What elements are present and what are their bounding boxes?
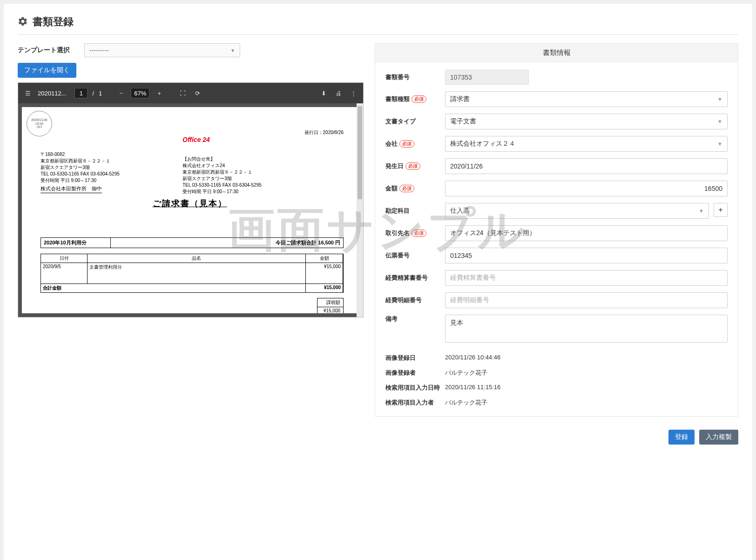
template-selected-value: --------- (89, 47, 109, 54)
required-badge: 必須 (405, 162, 420, 170)
required-badge: 必須 (399, 140, 414, 148)
copy-input-button[interactable]: 入力複製 (699, 430, 738, 445)
pdf-page: 2020/11/26 10:44 JST 発行日：2020/8/26 Offic… (22, 107, 358, 313)
pdf-tax-box: 課税額 ¥15,000 (317, 298, 344, 313)
zoom-in-icon[interactable]: + (154, 88, 164, 98)
required-badge: 必須 (412, 229, 426, 237)
image-reg-date-label: 画像登録日 (385, 354, 445, 362)
expense-detail-label: 経費明細番号 (385, 296, 445, 304)
search-input-user-label: 検索用項目入力者 (385, 398, 445, 407)
doc-info-panel: 書類情報 書類番号 107353 書類種類必須 請求書▼ 文書タイプ 電子文書▼ (375, 43, 738, 417)
doc-number-value: 107353 (445, 70, 529, 85)
doc-number-label: 書類番号 (385, 73, 445, 81)
office24-logo: Office 24 (182, 136, 210, 143)
download-icon[interactable]: ⬇ (318, 88, 329, 98)
doc-type-label: 書類種類 (385, 95, 410, 103)
pdf-doc-title: ご請求書（見本） (22, 198, 358, 209)
pdf-usage-row: 2020年10月利用分 今回ご請求額合計 16,500 円 (40, 237, 344, 248)
image-reg-user-value: バルテック花子 (445, 369, 728, 377)
doc-format-label: 文書タイプ (385, 117, 445, 126)
pdf-recipient: 株式会社本田製作所 御中 (40, 185, 102, 193)
timestamp-stamp: 2020/11/26 10:44 JST (27, 111, 52, 136)
doc-format-select[interactable]: 電子文書▼ (445, 114, 728, 129)
add-account-button[interactable]: + (714, 203, 728, 217)
gear-icon (18, 16, 28, 28)
rotate-icon[interactable]: ⟳ (192, 88, 202, 98)
partner-label: 取引先名 (385, 229, 410, 237)
fit-page-icon[interactable]: ⛶ (177, 88, 188, 98)
date-input[interactable]: 2020/11/26 (445, 158, 728, 174)
chevron-down-icon: ▼ (699, 208, 704, 214)
required-badge: 必須 (412, 95, 426, 103)
company-label: 会社 (385, 140, 398, 148)
pdf-page-current[interactable]: 1 (74, 88, 88, 98)
page-header: 書類登録 (18, 15, 738, 35)
slip-label: 伝票番号 (385, 251, 445, 260)
pdf-viewer: ☰ 2020112... 1 / 1 − 67% + ⛶ ⟳ ⬇ 🖨 ⋮ (18, 82, 364, 317)
panel-header: 書類情報 (375, 44, 738, 62)
expense-report-input[interactable]: 経費精算書番号 (445, 270, 728, 286)
required-badge: 必須 (399, 185, 414, 192)
menu-icon[interactable]: ☰ (23, 88, 33, 98)
pdf-filename: 2020112... (38, 90, 66, 97)
template-select[interactable]: --------- ▼ (84, 43, 240, 57)
page-title: 書類登録 (33, 15, 74, 29)
search-input-date-value: 2020/11/26 11:15:16 (445, 384, 728, 392)
date-label: 発生日 (385, 162, 404, 170)
pdf-canvas: 2020/11/26 10:44 JST 発行日：2020/8/26 Offic… (18, 103, 363, 317)
chevron-down-icon: ▼ (717, 119, 722, 124)
pdf-zoom[interactable]: 67% (131, 88, 149, 98)
expense-detail-input[interactable]: 経費明細番号 (445, 292, 728, 308)
slip-input[interactable]: 012345 (445, 248, 728, 263)
print-icon[interactable]: 🖨 (333, 88, 344, 98)
expense-report-label: 経費精算書番号 (385, 274, 445, 282)
more-icon[interactable]: ⋮ (348, 88, 358, 98)
pdf-toolbar: ☰ 2020112... 1 / 1 − 67% + ⛶ ⟳ ⬇ 🖨 ⋮ (18, 83, 363, 103)
chevron-down-icon: ▼ (717, 141, 722, 147)
account-select[interactable]: 仕入高▼ (445, 203, 709, 219)
remarks-textarea[interactable]: 見本⋰ (445, 315, 728, 343)
image-reg-date-value: 2020/11/26 10:44:46 (445, 354, 728, 362)
pdf-contact-address: 【お問合せ先】 株式会社オフィス24 東京都新宿区西新宿６－２２－１ 新宿スクエ… (182, 156, 262, 195)
template-label: テンプレート選択 (18, 46, 76, 54)
amount-label: 金額 (385, 184, 398, 193)
chevron-down-icon: ▼ (717, 96, 722, 102)
company-select[interactable]: 株式会社オフィス２４▼ (445, 136, 728, 152)
register-button[interactable]: 登録 (668, 430, 695, 445)
amount-input[interactable]: 16500 (445, 181, 728, 196)
partner-input[interactable]: オフィス24（見本テスト用） (445, 225, 728, 241)
doc-type-select[interactable]: 請求書▼ (445, 91, 728, 107)
pdf-page-total: 1 (99, 90, 102, 97)
account-label: 勘定科目 (385, 207, 445, 215)
chevron-down-icon: ▼ (230, 48, 235, 53)
pdf-issue-date: 発行日：2020/8/26 (304, 129, 344, 136)
zoom-out-icon[interactable]: − (116, 88, 126, 98)
pdf-detail-table: 日付品名金額 2020/9/5文書管理利用分¥15,000 合計金額¥15,00… (40, 254, 344, 293)
pdf-page-sep: / (92, 90, 94, 97)
search-input-user-value: バルテック花子 (445, 398, 728, 407)
open-file-button[interactable]: ファイルを開く (18, 63, 76, 78)
remarks-label: 備考 (385, 315, 445, 323)
image-reg-user-label: 画像登録者 (385, 369, 445, 377)
search-input-date-label: 検索用項目入力日時 (385, 384, 445, 392)
pdf-sender-address: 〒168-0082 東京都新宿区西新宿６－２２－１ 新宿スクエアタワー3階 TE… (40, 151, 120, 184)
pdf-scrollbar[interactable] (357, 103, 363, 317)
